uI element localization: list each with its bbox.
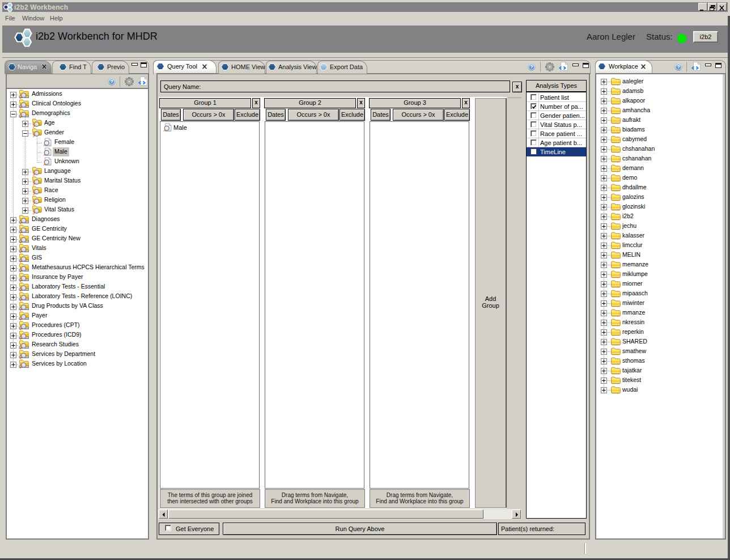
svg-text:?: ? bbox=[530, 64, 533, 70]
svg-text:?: ? bbox=[677, 64, 680, 70]
svg-text:?: ? bbox=[110, 79, 113, 84]
